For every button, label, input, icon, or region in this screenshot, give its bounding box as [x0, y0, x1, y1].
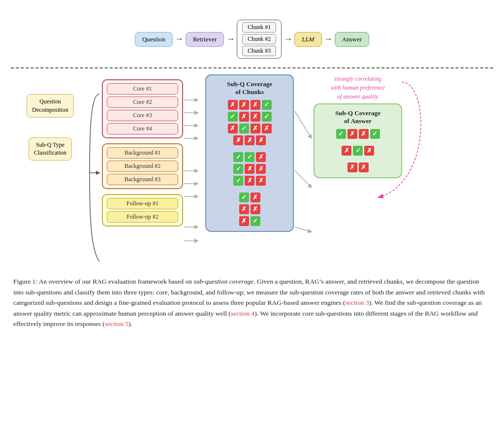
- chunk-coverage-panel: Sub-Q Coverage of Chunks ✗ ✗ ✗ ✓ ✓ ✗: [205, 74, 294, 232]
- core2: Core #2: [107, 97, 178, 108]
- followup-group: Follow-up #1 Follow-up #2: [102, 194, 183, 227]
- ans-r3c2: ✗: [359, 162, 369, 172]
- tick-r6c3: ✗: [256, 164, 266, 174]
- core-group: Core #1 Core #2 Core #3 Core #4: [102, 79, 183, 138]
- diagram-row: QuestionDecomposition Sub-Q TypeClassifi…: [11, 74, 493, 266]
- retriever-box: Retriever: [186, 32, 224, 47]
- arrow-r-c: →: [224, 34, 237, 44]
- bracket-svg: [87, 79, 102, 266]
- tick-r6c2: ✗: [245, 164, 254, 174]
- top-pipeline: Question → Retriever → Chunk #1 Chunk #2…: [11, 10, 493, 64]
- mid-to-chunk-arrows: [183, 79, 200, 266]
- ans-row-2: ✗ ✓ ✗: [342, 146, 374, 156]
- tick-r1c3: ✗: [251, 100, 260, 110]
- tick-r10c1: ✗: [239, 216, 249, 226]
- arrow-c-l: →: [282, 34, 294, 44]
- chunk-row-10: ✗ ✓: [239, 216, 260, 226]
- ans-row-3: ✗ ✗: [347, 162, 369, 172]
- tick-r7c1: ✓: [233, 176, 243, 186]
- chunk-row-7: ✓ ✗ ✗: [233, 176, 266, 186]
- bg2: Background #2: [107, 161, 178, 172]
- chunk-row-5: ✓ ✓ ✗: [233, 152, 266, 162]
- tick-r5c2: ✓: [245, 152, 254, 162]
- tick-r3c4: ✗: [262, 124, 272, 133]
- chunk-row-2: ✓ ✗ ✗ ✓: [228, 112, 272, 122]
- ans-row-1: ✓ ✗ ✗ ✓: [336, 129, 380, 139]
- ans-r1c4: ✓: [370, 129, 380, 139]
- chunk-row-3: ✗ ✓ ✗ ✗: [228, 124, 272, 133]
- tick-r4c2: ✗: [245, 135, 254, 145]
- tick-r5c3: ✗: [256, 152, 266, 162]
- chunk-row-8: ✓ ✗: [239, 193, 260, 202]
- bg1: Background #1: [107, 147, 178, 159]
- chunks-box: Chunk #1 Chunk #2 Chunk #3: [237, 20, 282, 59]
- core3: Core #3: [107, 110, 178, 121]
- figure-container: Question → Retriever → Chunk #1 Chunk #2…: [11, 10, 493, 329]
- answer-coverage-panel: Sub-Q Coverage of Answer ✓ ✗ ✗ ✓: [314, 103, 402, 178]
- llm-label: LLM: [302, 35, 314, 43]
- tick-r7c3: ✗: [256, 176, 266, 186]
- tick-r1c2: ✗: [239, 100, 249, 110]
- arrow-q-r: →: [173, 34, 186, 44]
- chunk-row-6: ✓ ✗ ✗: [233, 164, 266, 174]
- tick-r5c1: ✓: [233, 152, 243, 162]
- tick-r1c1: ✗: [228, 100, 238, 110]
- svg-line-11: [295, 170, 312, 188]
- retriever-label: Retriever: [193, 35, 217, 43]
- dashed-divider: [11, 67, 493, 68]
- right-section: strongly correlating with human preferen…: [314, 74, 402, 178]
- ans-r3c1: ✗: [347, 162, 357, 172]
- question-label: Question: [142, 35, 165, 43]
- left-panel: QuestionDecomposition Sub-Q TypeClassifi…: [13, 74, 87, 170]
- chunk-row-4: ✗ ✗ ✗: [233, 135, 266, 145]
- fu2: Follow-up #2: [107, 211, 178, 223]
- tick-r8c2: ✗: [251, 193, 260, 202]
- ans-r1c2: ✗: [347, 129, 357, 139]
- chunk1: Chunk #1: [242, 22, 276, 32]
- tick-r7c2: ✗: [245, 176, 254, 186]
- ans-r1c1: ✓: [336, 129, 346, 139]
- chunk3: Chunk #3: [242, 46, 276, 56]
- bottom-diagram: QuestionDecomposition Sub-Q TypeClassifi…: [11, 74, 493, 266]
- chunk2: Chunk #2: [242, 34, 276, 44]
- ans-r1c3: ✗: [359, 129, 369, 139]
- figure-caption: Figure 1: An overview of our RAG evaluat…: [11, 276, 493, 329]
- svg-line-10: [295, 111, 312, 138]
- section5-link[interactable]: section 5: [105, 320, 128, 327]
- answer-coverage-title: Sub-Q Coverage of Answer: [335, 109, 380, 125]
- tick-r10c2: ✓: [251, 216, 260, 226]
- answer-coverage-rows: ✓ ✗ ✗ ✓ ✗ ✓ ✗: [318, 129, 397, 172]
- middle-panel: Core #1 Core #2 Core #3 Core #4 Backgrou…: [102, 74, 183, 227]
- arrow-l-a: →: [322, 34, 335, 44]
- tick-r2c4: ✓: [262, 112, 272, 122]
- tick-r1c4: ✓: [262, 100, 272, 110]
- section3-link[interactable]: section 3: [345, 299, 369, 306]
- question-box: Question: [135, 32, 173, 47]
- core4: Core #4: [107, 123, 178, 134]
- tick-r2c2: ✗: [239, 112, 249, 122]
- question-decomp-label: QuestionDecomposition: [27, 94, 73, 118]
- svg-line-12: [295, 227, 312, 232]
- bg3: Background #3: [107, 174, 178, 185]
- tick-r4c3: ✗: [256, 135, 266, 145]
- chunk-coverage-title: Sub-Q Coverage of Chunks: [227, 80, 272, 96]
- subq-classif-label: Sub-Q TypeClassification: [29, 137, 72, 161]
- fu1: Follow-up #1: [107, 198, 178, 209]
- tick-r9c1: ✗: [239, 204, 249, 214]
- tick-r8c1: ✓: [239, 193, 249, 202]
- ans-r2c3: ✗: [364, 146, 374, 156]
- chunk-row-9: ✗ ✗: [239, 204, 260, 214]
- ans-r2c1: ✗: [342, 146, 351, 156]
- tick-r3c3: ✗: [251, 124, 260, 133]
- tick-r2c3: ✗: [251, 112, 260, 122]
- annotation-text: strongly correlating with human preferen…: [314, 74, 402, 101]
- tick-r3c1: ✗: [228, 124, 238, 133]
- tick-r2c1: ✓: [228, 112, 238, 122]
- chunk-row-1: ✗ ✗ ✗ ✓: [228, 100, 272, 110]
- tick-r3c2: ✓: [239, 124, 249, 133]
- section4-link[interactable]: section 4: [231, 310, 254, 317]
- tick-r6c1: ✓: [233, 164, 243, 174]
- answer-label: Answer: [342, 35, 362, 43]
- tick-r4c1: ✗: [233, 135, 243, 145]
- llm-box: LLM: [294, 32, 321, 47]
